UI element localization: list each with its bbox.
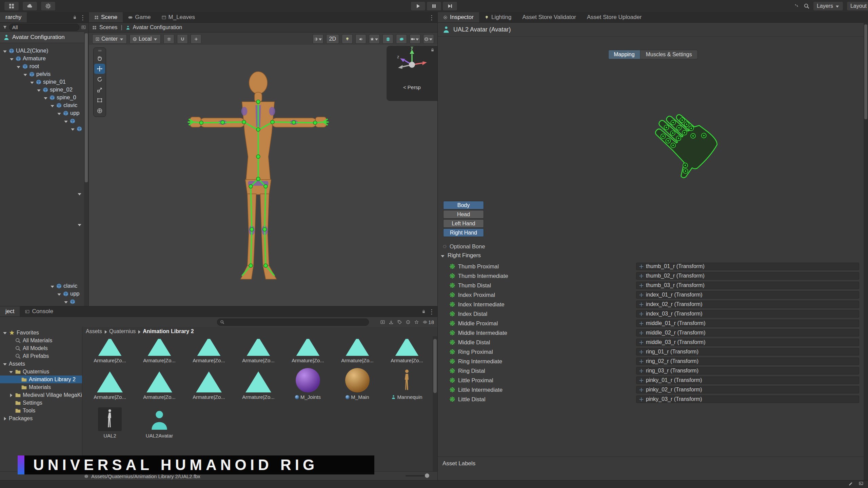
- tab-game[interactable]: Game: [123, 12, 156, 22]
- tab-project[interactable]: ject: [0, 306, 20, 317]
- foldout-caret-icon[interactable]: [3, 330, 7, 335]
- rotate-tool[interactable]: [94, 74, 105, 84]
- foldout-caret-icon[interactable]: [50, 103, 55, 107]
- breadcrumb-quaternius[interactable]: Quaternius: [109, 328, 136, 334]
- hierarchy-item[interactable]: [0, 125, 84, 133]
- hierarchy-item-spine-0[interactable]: spine_0: [0, 94, 84, 101]
- lock-icon[interactable]: [421, 309, 426, 314]
- gizmo-lock-icon[interactable]: [430, 48, 435, 52]
- bone-transform-field[interactable]: pinky_03_r (Transform): [636, 395, 859, 403]
- foldout-caret-icon[interactable]: [23, 72, 27, 76]
- progress-icon[interactable]: [848, 481, 853, 486]
- foldout-caret-icon[interactable]: [77, 222, 82, 226]
- asset-tile-m-main[interactable]: M_Main: [333, 363, 382, 400]
- mode-tab-muscles-settings[interactable]: Muscles & Settings: [640, 50, 698, 59]
- filter-funnel-icon[interactable]: [3, 25, 7, 29]
- folder-item-assets[interactable]: Assets: [0, 360, 82, 368]
- panel-menu-icon[interactable]: ⋮: [80, 14, 86, 21]
- part-button-left-hand[interactable]: Left Hand: [443, 219, 484, 228]
- foldout-caret-icon[interactable]: [77, 191, 82, 196]
- hierarchy-scrollbar[interactable]: [84, 31, 88, 306]
- folder-item-all-materials[interactable]: All Materials: [0, 337, 82, 344]
- particles-toggle[interactable]: [382, 34, 393, 44]
- project-search-input[interactable]: [217, 319, 369, 326]
- asset-tile-m-joints[interactable]: M_Joints: [283, 363, 333, 400]
- import-icon[interactable]: [389, 320, 393, 324]
- right-fingers-foldout[interactable]: Right Fingers: [440, 252, 481, 259]
- breadcrumb-scenes[interactable]: Scenes: [99, 24, 117, 30]
- gizmos-dropdown[interactable]: [423, 34, 434, 44]
- tab-hierarchy[interactable]: rarchy: [0, 12, 27, 22]
- search-icon[interactable]: [804, 3, 810, 9]
- scene-effects-dropdown[interactable]: [369, 34, 380, 44]
- hierarchy-item-root[interactable]: root: [0, 62, 84, 70]
- label-tag-icon[interactable]: [397, 320, 402, 324]
- bone-transform-field[interactable]: pinky_02_r (Transform): [636, 386, 859, 393]
- grid-button[interactable]: [4, 1, 19, 11]
- folder-item-settings[interactable]: Settings: [0, 399, 82, 407]
- bone-transform-field[interactable]: index_03_r (Transform): [636, 310, 859, 318]
- asset-tile-armature-zo[interactable]: Armature|Zo...: [184, 336, 234, 363]
- asset-tile-armature-zo[interactable]: Armature|Zo...: [135, 336, 184, 363]
- info-icon[interactable]: [406, 320, 410, 324]
- folder-item-all-prefabs[interactable]: All Prefabs: [0, 352, 82, 360]
- scene-lighting-toggle[interactable]: [342, 34, 353, 44]
- foldout-caret-icon[interactable]: [57, 291, 61, 296]
- foldout-caret-icon[interactable]: [9, 369, 13, 374]
- folder-item-materials[interactable]: Materials: [0, 383, 82, 391]
- axis-gizmo[interactable]: y z: [388, 46, 436, 84]
- tab-console[interactable]: Console: [20, 306, 58, 317]
- layers-dropdown[interactable]: Layers: [813, 1, 843, 11]
- bone-transform-field[interactable]: index_01_r (Transform): [636, 291, 859, 299]
- bone-transform-field[interactable]: index_02_r (Transform): [636, 301, 859, 308]
- transform-tool[interactable]: [94, 106, 105, 116]
- hierarchy-item-clavic[interactable]: clavic: [0, 101, 84, 109]
- asset-labels-section[interactable]: Asset Labels: [438, 456, 864, 470]
- folder-item-favorites[interactable]: Favorites: [0, 329, 82, 337]
- asset-tile-ual2avatar[interactable]: UAL2Avatar: [135, 402, 184, 439]
- hierarchy-item-upp[interactable]: upp: [0, 290, 84, 298]
- scene-visibility-toggle[interactable]: [396, 34, 407, 44]
- camera-settings-dropdown[interactable]: [410, 34, 420, 44]
- cloud-button[interactable]: [22, 1, 37, 11]
- handle-space-dropdown[interactable]: Local: [130, 34, 161, 44]
- hierarchy-item-clavic[interactable]: clavic: [0, 282, 84, 290]
- move-tool[interactable]: [94, 64, 105, 74]
- asset-tile-mannequin[interactable]: Mannequin: [382, 363, 432, 400]
- bone-transform-field[interactable]: ring_02_r (Transform): [636, 358, 859, 365]
- foldout-caret-icon[interactable]: [37, 87, 41, 92]
- step-button[interactable]: [442, 1, 457, 11]
- asset-zoom-slider[interactable]: [406, 475, 429, 476]
- part-button-head[interactable]: Head: [443, 210, 484, 219]
- bone-transform-field[interactable]: thumb_01_r (Transform): [636, 263, 859, 270]
- asset-tile-armature-zo[interactable]: Armature|Zo...: [85, 363, 135, 400]
- foldout-caret-icon[interactable]: [64, 299, 68, 304]
- project-scrollbar[interactable]: [433, 336, 437, 472]
- asset-tile-armature-zo[interactable]: Armature|Zo...: [283, 336, 333, 363]
- bone-transform-field[interactable]: thumb_02_r (Transform): [636, 272, 859, 280]
- folder-item-all-models[interactable]: All Models: [0, 344, 82, 352]
- grid-snap-dropdown[interactable]: [163, 34, 174, 44]
- asset-tile-armature-zo[interactable]: Armature|Zo...: [85, 336, 135, 363]
- foldout-caret-icon[interactable]: [71, 126, 75, 131]
- folder-item-tools[interactable]: Tools: [0, 407, 82, 414]
- foldout-caret-icon[interactable]: [3, 48, 7, 53]
- bone-transform-field[interactable]: thumb_03_r (Transform): [636, 282, 859, 289]
- tab-asset-store-uploader[interactable]: Asset Store Uploader: [581, 12, 647, 22]
- open-asset-icon[interactable]: [380, 320, 385, 324]
- mode-tab-mapping[interactable]: Mapping: [608, 50, 640, 59]
- layout-dropdown[interactable]: Layout: [847, 1, 868, 11]
- tab-m-leaves[interactable]: M_Leaves: [156, 12, 200, 22]
- 2d-toggle[interactable]: 2D: [326, 34, 339, 44]
- foldout-caret-icon[interactable]: [16, 64, 21, 68]
- asset-tile-armature-zo[interactable]: Armature|Zo...: [135, 363, 184, 400]
- hand-mapping-diagram[interactable]: [609, 103, 724, 181]
- bone-transform-field[interactable]: middle_03_r (Transform): [636, 339, 859, 346]
- bone-transform-field[interactable]: pinky_01_r (Transform): [636, 377, 859, 384]
- pause-button[interactable]: [427, 1, 441, 11]
- folder-item-quaternius[interactable]: Quaternius: [0, 368, 82, 375]
- foldout-caret-icon[interactable]: [64, 119, 68, 123]
- search-window-icon[interactable]: [81, 25, 86, 29]
- hierarchy-item-upp[interactable]: upp: [0, 109, 84, 117]
- bone-transform-field[interactable]: ring_03_r (Transform): [636, 367, 859, 374]
